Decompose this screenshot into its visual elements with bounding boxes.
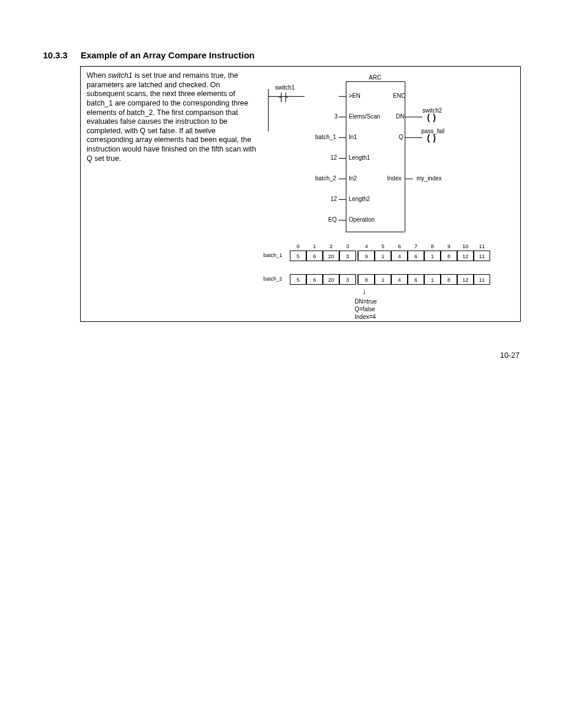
array-header: 7 bbox=[408, 243, 424, 249]
desc-body: is set true and remains true, the parame… bbox=[87, 71, 256, 163]
array-header: 6 bbox=[391, 243, 408, 249]
array-cell: 3 bbox=[339, 274, 356, 285]
port-eno: ENO bbox=[393, 93, 406, 99]
array-cell: 4 bbox=[391, 251, 408, 261]
function-block: ARC >EN 3 Elems/Scan batch_1 In1 12 Leng… bbox=[305, 81, 446, 232]
array-cell: 6 bbox=[306, 251, 323, 261]
result-lines: DN=true Q=false Index=4 bbox=[355, 298, 377, 321]
port-q: Q bbox=[399, 134, 404, 140]
port-in1: In1 bbox=[349, 134, 357, 140]
port-op: Operation bbox=[349, 216, 375, 223]
in-len2-val: 12 bbox=[330, 196, 337, 202]
array-cell: 20 bbox=[323, 251, 339, 261]
array-cell: 20 bbox=[323, 274, 339, 285]
section-title: Example of an Array Compare Instruction bbox=[81, 50, 254, 60]
in-op-val: EQ bbox=[328, 216, 336, 223]
example-description: When switch1 is set true and remains tru… bbox=[87, 71, 257, 163]
port-len2: Length2 bbox=[349, 196, 370, 202]
array-cell: 3 bbox=[339, 251, 356, 261]
port-in2: In2 bbox=[349, 175, 357, 182]
array-cell: 1 bbox=[375, 274, 391, 285]
desc-prefix: When bbox=[87, 71, 108, 80]
array-cell: 6 bbox=[306, 274, 323, 285]
coil-icon bbox=[428, 135, 437, 141]
array-cell: 12 bbox=[457, 274, 474, 285]
block-title: ARC bbox=[369, 74, 381, 81]
contact-icon: ┤├ bbox=[279, 93, 287, 102]
out-dn-dest: switch2 bbox=[422, 107, 442, 114]
array-header: 3 bbox=[339, 243, 356, 249]
array-header: 10 bbox=[457, 243, 474, 249]
array-header: 5 bbox=[375, 243, 391, 249]
port-index: Index bbox=[387, 175, 401, 182]
array-cell: 8 bbox=[358, 274, 375, 285]
array-header: 9 bbox=[441, 243, 457, 249]
array-cell: 1 bbox=[424, 251, 441, 261]
port-elems: Elems/Scan bbox=[349, 113, 380, 120]
contact-label: switch1 bbox=[275, 84, 295, 91]
array-header: 11 bbox=[474, 243, 490, 249]
desc-switch-word: switch1 bbox=[108, 71, 133, 80]
out-index-dest: my_index bbox=[416, 175, 442, 182]
example-box: When switch1 is set true and remains tru… bbox=[80, 66, 521, 322]
in-in2-val: batch_2 bbox=[315, 175, 336, 182]
array-header: 0 bbox=[290, 243, 306, 249]
port-en: >EN bbox=[349, 93, 361, 99]
arrow-down-icon: ↓ bbox=[362, 287, 366, 295]
array-header: 1 bbox=[306, 243, 323, 249]
array-cell: 8 bbox=[441, 274, 457, 285]
array-cell: 12 bbox=[457, 251, 474, 261]
port-len1: Length1 bbox=[349, 154, 370, 161]
port-dn: DN bbox=[396, 113, 404, 120]
in-in1-val: batch_1 bbox=[315, 134, 336, 140]
ladder-rail bbox=[268, 89, 269, 131]
array-header: 2 bbox=[323, 243, 339, 249]
array-cell: 6 bbox=[408, 274, 424, 285]
result-dn: DN=true bbox=[355, 298, 377, 305]
array-cell: 11 bbox=[474, 274, 490, 285]
array-cell: 8 bbox=[441, 251, 457, 261]
array-tables: 01234567891011 batch_1 562039146181211 b… bbox=[263, 243, 517, 314]
section-number: 10.3.3 bbox=[43, 50, 68, 60]
array-header: 4 bbox=[358, 243, 375, 249]
in-len1-val: 12 bbox=[330, 154, 337, 161]
batch2-label: batch_2 bbox=[263, 276, 282, 282]
array-header: 8 bbox=[424, 243, 441, 249]
result-index: Index=4 bbox=[355, 313, 377, 321]
batch1-label: batch_1 bbox=[263, 252, 282, 258]
array-cell: 11 bbox=[474, 251, 490, 261]
section-heading: 10.3.3 Example of an Array Compare Instr… bbox=[43, 50, 254, 60]
array-cell: 5 bbox=[290, 274, 306, 285]
page-number: 10-27 bbox=[500, 351, 520, 360]
array-cell: 9 bbox=[358, 251, 375, 261]
ladder-diagram: switch1 ┤├ ARC >EN 3 Elems/Scan batch_1 … bbox=[263, 73, 511, 232]
in-elems-val: 3 bbox=[333, 113, 338, 120]
coil-icon bbox=[428, 114, 437, 120]
array-cell: 6 bbox=[408, 251, 424, 261]
array-cell: 1 bbox=[424, 274, 441, 285]
array-cell: 5 bbox=[290, 251, 306, 261]
result-q: Q=false bbox=[355, 305, 377, 313]
array-cell: 4 bbox=[391, 274, 408, 285]
array-cell: 1 bbox=[375, 251, 391, 261]
